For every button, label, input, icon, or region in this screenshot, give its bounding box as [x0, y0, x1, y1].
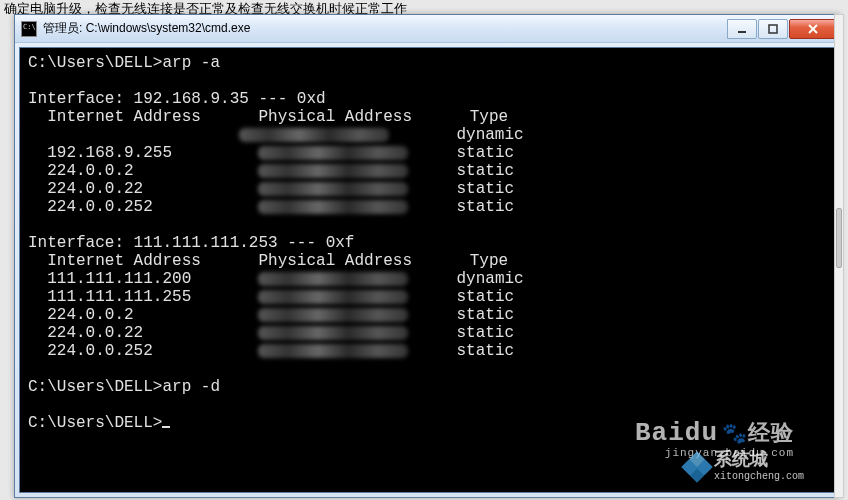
paw-icon: 🐾	[722, 423, 748, 446]
redacted-mac: xx-xx-xx-xx-xx	[258, 290, 408, 304]
cmd-icon	[21, 21, 37, 37]
maximize-icon	[768, 24, 778, 34]
cursor	[162, 426, 170, 428]
redacted-mac: xx-xx-xx-xx-xx	[258, 308, 408, 322]
redacted-mac: xx-xx-xx-xx-xx	[258, 164, 408, 178]
close-icon	[807, 23, 819, 35]
title-bar[interactable]: 管理员: C:\windows\system32\cmd.exe	[15, 15, 839, 43]
maximize-button[interactable]	[758, 19, 788, 39]
minimize-button[interactable]	[727, 19, 757, 39]
xitongcheng-watermark: 系统城 xitongcheng.com	[686, 451, 804, 482]
background-page-text: 确定电脑升级，检查无线连接是否正常及检查无线交换机时候正常工作	[0, 0, 848, 14]
window-title: 管理员: C:\windows\system32\cmd.exe	[43, 20, 726, 37]
console-area[interactable]: C:\Users\DELL>arp -a Interface: 192.168.…	[19, 47, 835, 493]
redacted-mac: xx-xx-xx-xx-xx	[239, 128, 389, 142]
close-button[interactable]	[789, 19, 837, 39]
minimize-icon	[737, 24, 747, 34]
scrollbar-thumb[interactable]	[836, 208, 842, 268]
diamond-icon	[681, 451, 712, 482]
redacted-mac: xx-xx-xx-xx-xx	[258, 200, 408, 214]
cmd-window: 管理员: C:\windows\system32\cmd.exe C:\User…	[14, 14, 840, 498]
page-scrollbar[interactable]	[834, 14, 844, 498]
redacted-mac: xx-xx-xx-xx-xx	[258, 326, 408, 340]
redacted-mac: xx-xx-xx-xx-xx	[258, 344, 408, 358]
svg-rect-1	[769, 25, 777, 33]
redacted-mac: xx-xx-xx-xx-xx	[258, 182, 408, 196]
console-content: C:\Users\DELL>arp -a Interface: 192.168.…	[28, 54, 826, 432]
redacted-mac: xx-xx-xx-xx-xx	[258, 272, 408, 286]
redacted-mac: xx-xx-xx-xx-xx	[258, 146, 408, 160]
window-controls	[726, 19, 837, 39]
